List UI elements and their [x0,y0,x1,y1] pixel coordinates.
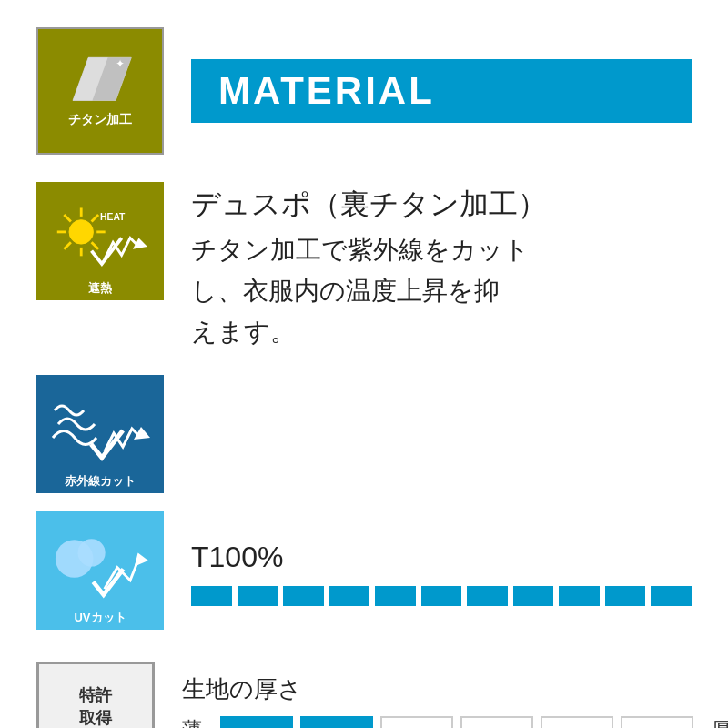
thickness-thick-label: 厚 [704,716,728,728]
uv-label: UVカット [36,606,164,630]
progress-block-1 [191,586,232,606]
heat-label: 遮熱 [36,277,164,300]
svg-text:HEAT: HEAT [100,212,126,222]
patent-inner: 特許 取得 [39,664,152,728]
header-row: ✦ チタン加工 MATERIAL [36,27,692,155]
svg-text:✦: ✦ [116,57,125,70]
svg-line-10 [92,215,99,222]
composition-text: T100% [191,535,692,579]
progress-block-7 [467,586,508,606]
patent-row: 特許 取得 生地の厚さ 薄 厚 [36,662,692,728]
uv-row: UVカット T100% [36,511,692,630]
thickness-empty-3 [541,716,613,728]
svg-line-8 [64,215,71,222]
thickness-title: 生地の厚さ [182,672,728,707]
material-title: MATERIAL [191,59,692,123]
thickness-blocks [220,716,693,728]
progress-block-10 [605,586,646,606]
progress-block-4 [329,586,370,606]
thickness-empty-1 [380,716,453,728]
ir-label: 赤外線カット [36,470,164,493]
thickness-content: 生地の厚さ 薄 厚 [182,672,728,728]
icon-infrared: 赤外線カット [36,375,164,493]
svg-point-3 [69,220,93,244]
heat-row: HEAT 遮熱 デュスポ（裏チタン加工） チタン加工で紫外線をカット し、衣服内… [36,182,692,352]
progress-block-8 [513,586,554,606]
thickness-filled-1 [220,716,293,728]
svg-point-16 [77,540,105,567]
material-text: デュスポ（裏チタン加工） [191,182,692,226]
infrared-row: 赤外線カット [36,375,692,493]
main-container: ✦ チタン加工 MATERIAL HEAT [0,0,728,728]
titanium-label: チタン加工 [68,112,132,128]
progress-block-5 [375,586,416,606]
uv-content: T100% [191,535,692,606]
progress-block-3 [283,586,324,606]
icon-titanium: ✦ チタン加工 [36,27,164,155]
svg-marker-17 [135,553,148,567]
thickness-filled-2 [300,716,373,728]
icon-uv: UVカット [36,511,164,630]
progress-block-9 [559,586,600,606]
thickness-empty-4 [621,716,693,728]
thickness-bar: 薄 厚 [182,716,728,728]
svg-line-11 [64,242,71,249]
description-text: チタン加工で紫外線をカット し、衣服内の温度上昇を抑 えます。 [191,230,692,352]
material-description: デュスポ（裏チタン加工） チタン加工で紫外線をカット し、衣服内の温度上昇を抑 … [191,182,692,352]
icon-heat: HEAT 遮熱 [36,182,164,300]
progress-block-2 [238,586,278,606]
progress-block-6 [421,586,462,606]
uv-progress-bar [191,586,692,606]
svg-line-9 [92,242,99,249]
progress-block-11 [651,586,692,606]
icon-patent: 特許 取得 [36,662,155,728]
patent-text: 特許 取得 [79,684,112,728]
thickness-empty-2 [460,716,533,728]
thickness-thin-label: 薄 [182,716,209,728]
